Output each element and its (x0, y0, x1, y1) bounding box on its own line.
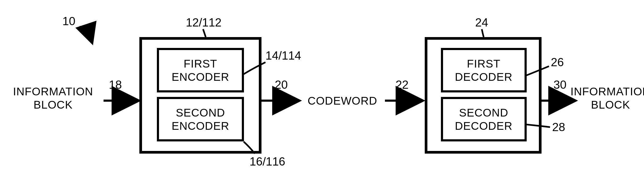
first-decoder-box (442, 49, 526, 91)
ref-20: 20 (275, 78, 288, 91)
info-block-out-label-l2: BLOCK (591, 99, 630, 111)
second-decoder-label-l1: SECOND (459, 106, 508, 119)
ref-22: 22 (396, 78, 409, 91)
first-encoder-box (158, 49, 243, 91)
second-encoder-label-l1: SECOND (176, 106, 225, 119)
ref-12: 12/112 (186, 16, 222, 29)
ref-30: 30 (553, 78, 566, 91)
info-block-out-label-l1: INFORMATION (570, 85, 644, 98)
leader-28 (526, 124, 550, 127)
info-block-in-label-l1: INFORMATION (13, 85, 93, 98)
ref-14: 14/114 (265, 49, 301, 62)
second-encoder-label-l2: ENCODER (171, 120, 229, 132)
first-decoder-label-l1: FIRST (467, 57, 500, 70)
decoder-block (426, 38, 540, 152)
ref-26: 26 (551, 56, 564, 69)
ref-16: 16/116 (250, 155, 285, 168)
codeword-label: CODEWORD (308, 95, 377, 107)
first-decoder-label-l2: DECODER (455, 71, 512, 83)
leader-24 (482, 29, 484, 37)
leader-14 (244, 62, 265, 74)
leader-26 (526, 66, 549, 75)
diagram-canvas: INFORMATION BLOCK FIRST ENCODER SECOND E… (0, 0, 644, 192)
ref-24: 24 (475, 16, 488, 29)
ref-10: 10 (62, 15, 75, 28)
second-decoder-label-l2: DECODER (455, 120, 512, 132)
second-decoder-box (442, 98, 526, 140)
second-encoder-box (158, 98, 243, 140)
ref-28: 28 (552, 120, 565, 133)
first-encoder-label-l2: ENCODER (171, 71, 229, 83)
first-encoder-label-l1: FIRST (184, 57, 217, 70)
info-block-in-label-l2: BLOCK (33, 99, 72, 111)
ref-18: 18 (109, 78, 122, 91)
leader-10 (80, 26, 92, 41)
leader-12 (203, 29, 206, 37)
